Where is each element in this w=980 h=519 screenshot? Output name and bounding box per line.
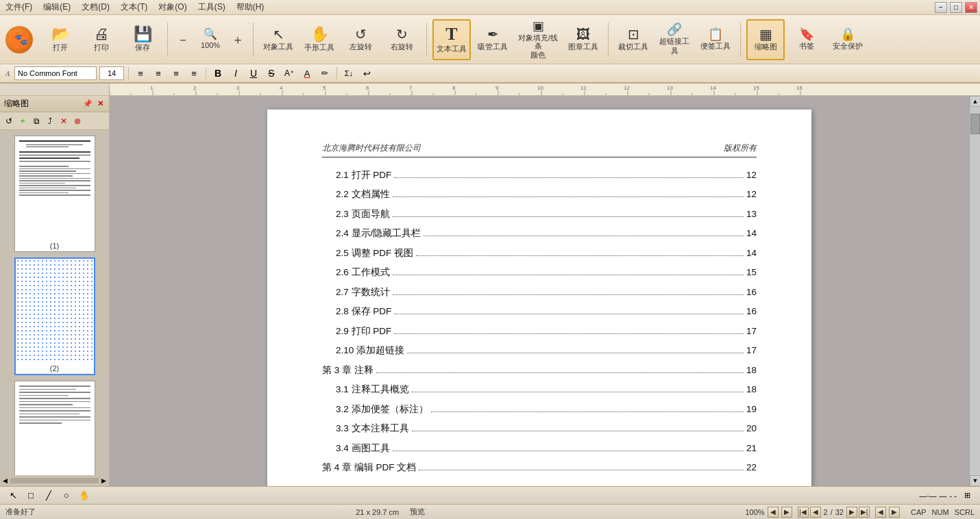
status-mid: 21 x 29.7 cm 预览: [356, 507, 425, 517]
next-page-button[interactable]: ▶: [846, 507, 857, 518]
security-label: 安全保护: [833, 42, 863, 51]
select-tool-button[interactable]: ↖ 对象工具: [259, 19, 297, 60]
toc-page-11: 18: [746, 384, 757, 394]
toc-page-6: 16: [746, 287, 757, 297]
save-button[interactable]: 💾 保存: [123, 19, 162, 60]
subscript-button[interactable]: Σ↓: [341, 66, 356, 80]
toc-entry-10: 第 3 章 注释18: [322, 364, 757, 377]
menu-object[interactable]: 对象(O): [156, 1, 189, 13]
zoom-in-button[interactable]: ＋: [228, 19, 247, 60]
bottom-circle-button[interactable]: ○: [59, 489, 74, 503]
close-button[interactable]: ✕: [965, 2, 977, 13]
note-tool-button[interactable]: 📋 便签工具: [696, 19, 735, 60]
page-thumb-1-label: (1): [50, 240, 59, 251]
menu-doc[interactable]: 文档(D): [79, 1, 112, 13]
thumbnail-icon: ▦: [759, 27, 772, 41]
scroll-track[interactable]: [970, 107, 980, 475]
last-page-button[interactable]: ▶|: [859, 507, 870, 518]
fill-color-button[interactable]: ▣ 对象填充/线条颜色: [515, 19, 561, 60]
menu-edit[interactable]: 编辑(E): [40, 1, 73, 13]
sidebar-scroll-left[interactable]: ◀: [3, 477, 8, 484]
align-center-button[interactable]: ≡: [151, 66, 166, 80]
scroll-down-arrow[interactable]: ▼: [970, 475, 980, 486]
align-justify-button[interactable]: ≡: [186, 66, 201, 80]
thumbnail-label: 缩略图: [755, 42, 777, 51]
toc-page-7: 16: [746, 306, 757, 316]
sidebar-add-button[interactable]: ＋: [16, 115, 29, 127]
print-button[interactable]: 🖨 打印: [82, 19, 121, 60]
svg-text:8: 8: [452, 85, 456, 91]
picture-tool-button[interactable]: 🖼 图章工具: [564, 19, 602, 60]
sidebar-export-button[interactable]: ⤴: [44, 115, 56, 127]
strikethrough-button[interactable]: S: [264, 66, 279, 80]
toc-dots-3: [424, 227, 744, 237]
maximize-button[interactable]: □: [950, 2, 962, 13]
scroll-up-arrow[interactable]: ▲: [970, 96, 980, 107]
thumbnail-button[interactable]: ▦ 缩略图: [746, 19, 785, 60]
sidebar-delete-button[interactable]: ✕: [58, 115, 70, 127]
font-larger-button[interactable]: A⁺: [282, 66, 297, 80]
highlight-button[interactable]: ✏: [317, 66, 332, 80]
hyperlink-tool-button[interactable]: 🔗 超链接工具: [655, 19, 694, 60]
bottom-select-button[interactable]: ↖: [5, 489, 21, 503]
svg-text:6: 6: [366, 85, 369, 91]
align-right-button[interactable]: ≡: [169, 66, 184, 80]
page-thumb-2-content: [16, 259, 94, 363]
bottom-hand-button[interactable]: ✋: [77, 489, 92, 503]
menu-file[interactable]: 文件(F): [3, 1, 35, 13]
align-left-button[interactable]: ≡: [133, 66, 148, 80]
open-button[interactable]: 📂 打开: [41, 19, 79, 60]
rotate-left-button[interactable]: ↺ 左旋转: [341, 19, 380, 60]
text-tool-button[interactable]: T 文本工具: [432, 19, 471, 60]
undo-button[interactable]: ↩: [359, 66, 374, 80]
font-size-display[interactable]: 14: [99, 66, 124, 80]
crop-tool-button[interactable]: ⊡ 裁切工具: [614, 19, 652, 60]
zoom-decrease-button[interactable]: ◀: [768, 507, 779, 518]
page-thumb-2[interactable]: (2): [14, 257, 95, 375]
page-thumb-1[interactable]: (1): [14, 136, 95, 252]
first-page-button[interactable]: |◀: [798, 507, 809, 518]
sucker-tool-button[interactable]: ✒ 吸管工具: [474, 19, 512, 60]
font-name-display[interactable]: No Common Font: [14, 66, 97, 80]
bottom-rect-button[interactable]: □: [23, 489, 38, 503]
hand-tool-button[interactable]: ✋ 手形工具: [300, 19, 339, 60]
toc-page-14: 21: [746, 443, 757, 453]
sidebar-scroll-right[interactable]: ▶: [101, 477, 106, 484]
prev-page-button[interactable]: ◀: [810, 507, 821, 518]
sidebar-close-button[interactable]: ✕: [95, 99, 105, 109]
page-nav-bottom[interactable]: ⊞: [959, 489, 975, 503]
scroll-thumb[interactable]: [970, 114, 980, 134]
underline-button[interactable]: U: [246, 66, 261, 80]
svg-text:1: 1: [150, 85, 154, 91]
save-icon: 💾: [134, 27, 152, 42]
jump-next-button[interactable]: ▶: [889, 507, 900, 518]
header-rights: 版权所有: [724, 142, 757, 154]
toc-entry-11: 3.1 注释工具概览18: [322, 383, 757, 396]
toc-dots-4: [416, 246, 744, 256]
jump-prev-button[interactable]: ◀: [875, 507, 886, 518]
logo-button[interactable]: 🐾: [5, 26, 33, 53]
minimize-button[interactable]: −: [935, 2, 947, 13]
page-thumb-3[interactable]: (3): [14, 381, 95, 475]
menu-tools[interactable]: 工具(S): [195, 1, 228, 13]
rotate-right-button[interactable]: ↻ 右旋转: [382, 19, 421, 60]
sidebar-pin-button[interactable]: 📌: [83, 99, 93, 109]
toc-entry-4: 2.5 调整 PDF 视图14: [322, 246, 757, 260]
italic-button[interactable]: I: [228, 66, 243, 80]
bold-button[interactable]: B: [210, 66, 225, 80]
menu-text[interactable]: 文本(T): [118, 1, 150, 13]
sidebar-copy-button[interactable]: ⧉: [30, 115, 42, 127]
content-area[interactable]: 北京海腾时代科技有限公司 版权所有 2.1 打开 PDF122.2 文档属性12…: [110, 96, 969, 486]
page-jump-buttons: ◀ ▶: [875, 507, 900, 518]
security-button[interactable]: 🔒 安全保护: [829, 19, 867, 60]
sidebar-refresh-button[interactable]: ↺: [3, 115, 15, 127]
sidebar-remove-button[interactable]: ⊗: [71, 115, 84, 127]
menu-help[interactable]: 帮助(H): [234, 1, 267, 13]
zoom-out-button[interactable]: －: [173, 19, 193, 60]
zoom-increase-button[interactable]: ▶: [781, 507, 792, 518]
bookmark-button[interactable]: 🔖 书签: [787, 19, 826, 60]
toc-dots-8: [394, 325, 744, 334]
sidebar-scroll-thumb[interactable]: [10, 478, 99, 483]
bottom-line-button[interactable]: ╱: [41, 489, 56, 503]
font-color-button[interactable]: A: [299, 66, 315, 80]
